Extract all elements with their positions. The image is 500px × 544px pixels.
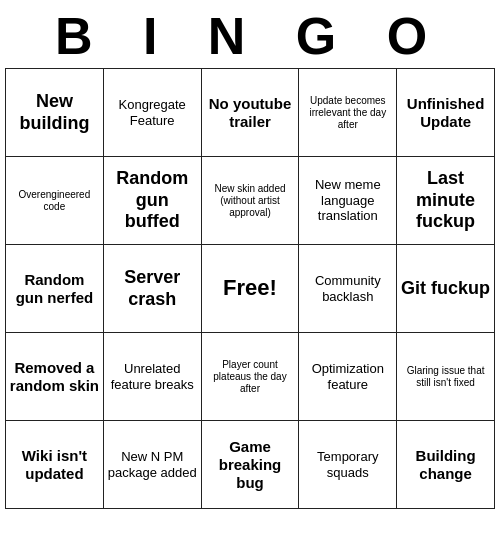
- bingo-cell-4-4: Building change: [397, 421, 495, 509]
- bingo-cell-0-3: Update becomes irrelevant the day after: [299, 69, 397, 157]
- bingo-cell-1-1: Random gun buffed: [103, 157, 201, 245]
- bingo-cell-0-2: No youtube trailer: [201, 69, 299, 157]
- bingo-cell-4-2: Game breaking bug: [201, 421, 299, 509]
- bingo-cell-2-4: Git fuckup: [397, 245, 495, 333]
- bingo-cell-4-3: Temporary squads: [299, 421, 397, 509]
- bingo-cell-0-0: New building: [6, 69, 104, 157]
- bingo-cell-1-2: New skin added (without artist approval): [201, 157, 299, 245]
- bingo-cell-4-1: New N PM package added: [103, 421, 201, 509]
- bingo-cell-2-0: Random gun nerfed: [6, 245, 104, 333]
- bingo-cell-1-0: Overengineered code: [6, 157, 104, 245]
- bingo-grid: New buildingKongregate FeatureNo youtube…: [5, 68, 495, 509]
- bingo-cell-2-3: Community backlash: [299, 245, 397, 333]
- bingo-cell-3-0: Removed a random skin: [6, 333, 104, 421]
- bingo-cell-1-4: Last minute fuckup: [397, 157, 495, 245]
- bingo-cell-3-1: Unrelated feature breaks: [103, 333, 201, 421]
- bingo-cell-1-3: New meme language translation: [299, 157, 397, 245]
- bingo-cell-3-4: Glaring issue that still isn't fixed: [397, 333, 495, 421]
- bingo-title: B I N G O: [0, 0, 500, 68]
- bingo-cell-2-1: Server crash: [103, 245, 201, 333]
- bingo-cell-2-2: Free!: [201, 245, 299, 333]
- bingo-cell-3-3: Optimization feature: [299, 333, 397, 421]
- bingo-cell-3-2: Player count plateaus the day after: [201, 333, 299, 421]
- bingo-cell-4-0: Wiki isn't updated: [6, 421, 104, 509]
- bingo-cell-0-1: Kongregate Feature: [103, 69, 201, 157]
- bingo-cell-0-4: Unfinished Update: [397, 69, 495, 157]
